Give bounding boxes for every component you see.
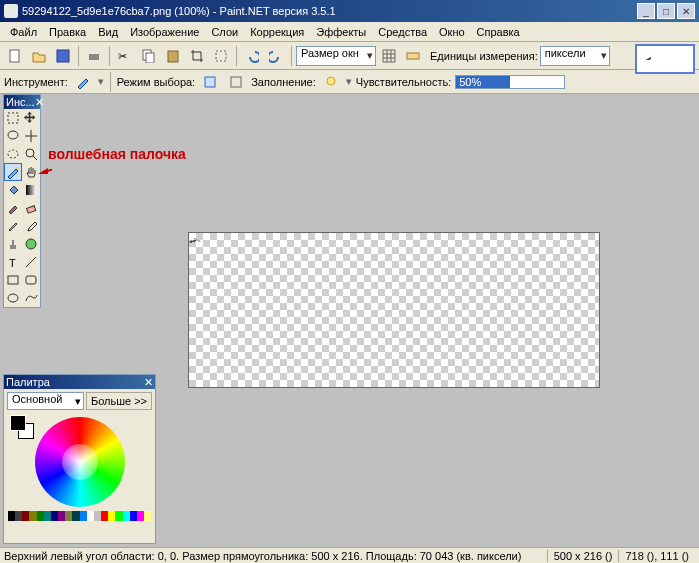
tool-ellipse[interactable] [4,289,22,307]
fill-mode[interactable] [320,71,342,93]
selmode-add[interactable] [225,71,247,93]
window-title: 59294122_5d9e1e76cba7.png (100%) - Paint… [22,5,637,17]
print-button[interactable] [83,45,105,67]
new-button[interactable] [4,45,26,67]
swatches-row[interactable] [8,511,151,521]
canvas[interactable] [188,232,600,388]
paste-button[interactable] [162,45,184,67]
arrow-icon [38,160,52,174]
menu-window[interactable]: Окно [433,24,471,40]
swatch[interactable] [123,511,130,521]
close-button[interactable]: ✕ [677,3,695,19]
ruler-icon [406,49,420,63]
swatch[interactable] [29,511,36,521]
menu-image[interactable]: Изображение [124,24,205,40]
tool-lasso[interactable] [4,127,22,145]
tool-recolor[interactable] [22,235,40,253]
undo-button[interactable] [241,45,263,67]
minimize-button[interactable]: _ [637,3,655,19]
tool-gradient[interactable] [22,181,40,199]
menu-effects[interactable]: Эффекты [310,24,372,40]
window-size-select[interactable]: Размер окн [296,46,376,66]
swatch[interactable] [51,511,58,521]
grid-icon [382,49,396,63]
tool-rounded-rect[interactable] [22,271,40,289]
swatch[interactable] [137,511,144,521]
image-thumbnail[interactable] [635,44,695,74]
tool-clone[interactable] [4,235,22,253]
tools-panel-title: Инс... [6,96,35,108]
canvas-image [189,233,203,247]
swatch[interactable] [72,511,79,521]
tool-rect[interactable] [4,271,22,289]
menu-layers[interactable]: Слои [205,24,244,40]
open-button[interactable] [28,45,50,67]
redo-button[interactable] [265,45,287,67]
grid-button[interactable] [378,45,400,67]
swatch[interactable] [8,511,15,521]
eraser-icon [24,201,38,215]
sensitivity-label: Чувствительность: [356,76,451,88]
fill-label: Заполнение: [251,76,316,88]
svg-line-17 [33,156,37,160]
swatch[interactable] [144,511,151,521]
swatch[interactable] [22,511,29,521]
crop-button[interactable] [186,45,208,67]
tool-rect-select[interactable] [4,109,22,127]
palette-close-button[interactable]: ✕ [144,376,153,389]
tool-brush[interactable] [4,199,22,217]
swatch[interactable] [130,511,137,521]
tool-text[interactable]: T [4,253,22,271]
bulb-icon [324,75,338,89]
tool-ellipse-select[interactable] [4,145,22,163]
copy-button[interactable] [138,45,160,67]
palette-mode-select[interactable]: Основной [7,392,84,410]
tool-move-pixels[interactable] [22,127,40,145]
status-dims: 500 x 216 () [547,550,619,562]
svg-text:✂: ✂ [118,50,127,62]
menu-help[interactable]: Справка [471,24,526,40]
cut-button[interactable]: ✂ [114,45,136,67]
menu-view[interactable]: Вид [92,24,124,40]
swatch[interactable] [94,511,101,521]
swatch[interactable] [101,511,108,521]
svg-point-18 [16,167,18,169]
tools-close-button[interactable]: ✕ [35,96,44,109]
swatch[interactable] [87,511,94,521]
color-wheel[interactable] [35,417,125,507]
tool-pencil[interactable] [4,217,22,235]
tool-freeform[interactable] [22,289,40,307]
lasso-icon [6,129,20,143]
palette-more-button[interactable]: Больше >> [86,392,152,410]
swatch[interactable] [108,511,115,521]
swatch[interactable] [65,511,72,521]
ruler-button[interactable] [402,45,424,67]
menu-file[interactable]: Файл [4,24,43,40]
save-button[interactable] [52,45,74,67]
swatch[interactable] [115,511,122,521]
current-tool-icon[interactable] [72,71,94,93]
maximize-button[interactable]: □ [657,3,675,19]
tool-picker[interactable] [22,217,40,235]
swatch[interactable] [58,511,65,521]
status-cursor: 718 (), 111 () [618,550,695,562]
menu-edit[interactable]: Правка [43,24,92,40]
deselect-button[interactable] [210,45,232,67]
selmode-replace[interactable] [199,71,221,93]
tool-magic-wand[interactable] [4,163,22,181]
main-toolbar: ✂ Размер окн Единицы измерения: пиксели [0,42,699,70]
tool-move-selection[interactable] [22,109,40,127]
units-select[interactable]: пиксели [540,46,610,66]
swatch[interactable] [37,511,44,521]
tool-fill[interactable] [4,181,22,199]
menu-correction[interactable]: Коррекция [244,24,310,40]
tool-eraser[interactable] [22,199,40,217]
svg-point-23 [26,239,36,249]
menu-tools[interactable]: Средства [372,24,433,40]
swatch[interactable] [15,511,22,521]
swatch[interactable] [80,511,87,521]
tool-line[interactable] [22,253,40,271]
swatch[interactable] [44,511,51,521]
sensitivity-slider[interactable]: 50% [455,75,565,89]
fg-color[interactable] [10,415,26,431]
